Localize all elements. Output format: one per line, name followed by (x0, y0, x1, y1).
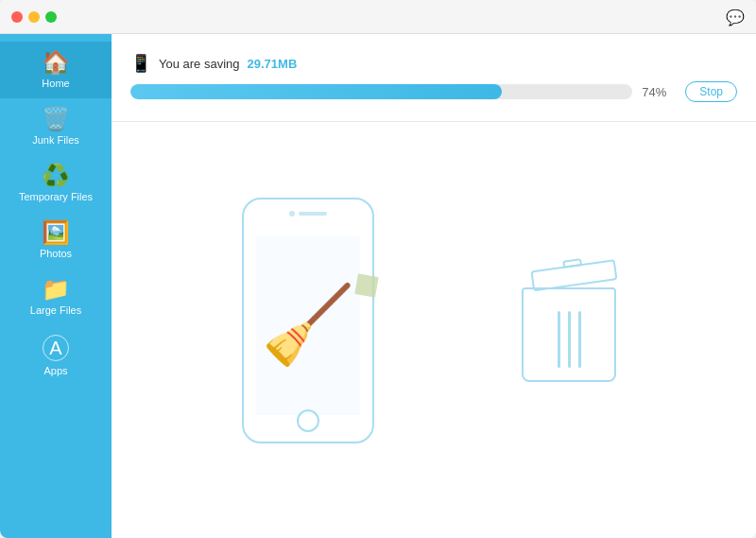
sidebar-label-junk-files: Junk Files (32, 134, 79, 146)
home-icon: 🏠 (42, 51, 70, 74)
sidebar-item-junk-files[interactable]: 🗑️ Junk Files (0, 98, 112, 155)
photos-icon: 🖼️ (42, 221, 70, 244)
phone-small-icon: 📱 (130, 53, 151, 74)
large-files-icon: 📁 (42, 278, 70, 301)
saving-prefix: You are saving (159, 57, 240, 71)
phone-screen: 🧹 (256, 235, 360, 415)
phone-illustration: 🧹 (242, 198, 374, 443)
progress-row: 74% Stop (130, 81, 737, 102)
trash-body (522, 287, 616, 382)
sidebar-item-apps[interactable]: A Apps (0, 325, 112, 386)
stop-button[interactable]: Stop (685, 81, 737, 102)
progress-section: 📱 You are saving 29.71MB 74% Stop (130, 53, 737, 102)
sidebar: 🏠 Home 🗑️ Junk Files ♻️ Temporary Files … (0, 34, 112, 538)
saving-text: 📱 You are saving 29.71MB (130, 53, 737, 74)
sidebar-item-home[interactable]: 🏠 Home (0, 42, 112, 98)
sidebar-label-large-files: Large Files (30, 304, 81, 316)
phone-speaker (299, 212, 327, 216)
phone-camera (289, 211, 295, 217)
saving-amount: 29.71MB (248, 57, 298, 71)
minimize-button[interactable] (28, 11, 40, 23)
junk-files-icon: 🗑️ (42, 108, 70, 130)
app-window: 💬 🏠 Home 🗑️ Junk Files ♻️ Temporary File… (0, 0, 756, 538)
phone-top-bar (289, 211, 327, 217)
main-layout: 🏠 Home 🗑️ Junk Files ♻️ Temporary Files … (0, 34, 756, 538)
maximize-button[interactable] (45, 11, 57, 23)
sticky-note (354, 273, 378, 297)
progress-bar-fill (130, 84, 502, 99)
traffic-lights (11, 11, 57, 23)
progress-percent: 74% (642, 85, 676, 99)
sidebar-label-apps: Apps (43, 365, 67, 376)
title-bar: 💬 (0, 0, 756, 34)
sidebar-item-large-files[interactable]: 📁 Large Files (0, 269, 112, 325)
trash-lid-handle (562, 258, 582, 269)
trash-line-1 (558, 311, 560, 368)
trash-illustration (522, 259, 626, 382)
sidebar-label-temporary-files: Temporary Files (19, 191, 93, 202)
sidebar-item-photos[interactable]: 🖼️ Photos (0, 212, 112, 269)
content-area: 📱 You are saving 29.71MB 74% Stop (112, 34, 756, 538)
close-button[interactable] (11, 11, 23, 23)
temporary-files-icon: ♻️ (42, 165, 70, 187)
broom-icon: 🧹 (261, 287, 355, 363)
sidebar-label-photos: Photos (40, 248, 72, 259)
chat-icon: 💬 (726, 8, 745, 26)
progress-bar-container (130, 84, 632, 99)
trash-line-2 (568, 311, 571, 368)
sidebar-label-home: Home (42, 78, 69, 89)
illustration-area: 🧹 (130, 122, 737, 519)
sidebar-item-temporary-files[interactable]: ♻️ Temporary Files (0, 155, 112, 212)
phone-home-button (297, 409, 319, 432)
trash-line-3 (578, 311, 581, 368)
apps-icon: A (43, 335, 69, 361)
